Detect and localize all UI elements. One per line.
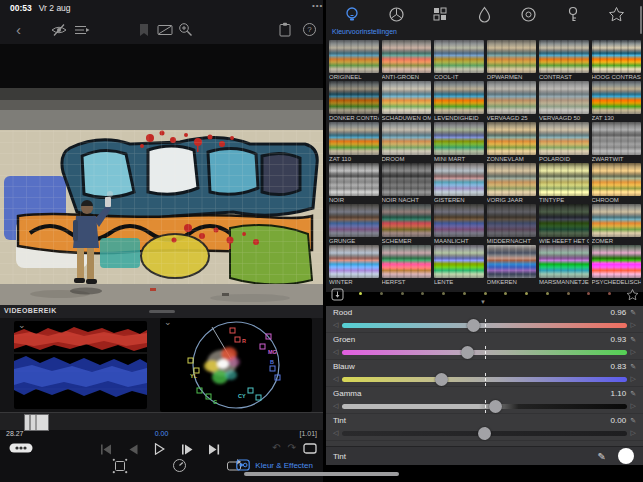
preset-item[interactable]: ZOMER [592,204,642,245]
tint-edit-pencil-icon[interactable]: ✎ [598,451,606,462]
color-effects-tool[interactable]: Kleur & Effecten [236,459,313,471]
preset-item[interactable]: ZAT 110 [329,122,379,163]
slider-decrement-arrow[interactable]: ◁ [333,374,338,384]
preset-item[interactable]: VERVAAGD 50 [539,81,589,122]
tab-color-presets[interactable] [342,4,362,24]
slider-increment-arrow[interactable]: ▷ [631,401,636,411]
clip-media-toggle[interactable] [9,443,33,453]
preset-item[interactable]: MAANLICHT [434,204,484,245]
preset-item[interactable]: VERVAAGD 25 [487,81,537,122]
preset-item[interactable]: SCHEMER [382,204,432,245]
overlay-compare-icon[interactable] [73,21,90,38]
slider-edit-pencil-icon[interactable]: ✎ [630,390,636,398]
preset-item[interactable]: POLAROID [539,122,589,163]
clip-thumbnail[interactable] [24,414,49,431]
marker-icon[interactable] [135,21,152,38]
timeline-ruler[interactable] [0,412,323,430]
preset-item[interactable]: VORIG JAAR [487,163,537,204]
slider-knob[interactable] [435,373,448,386]
preset-item[interactable]: NOIR NACHT [382,163,432,204]
slider-decrement-arrow[interactable]: ◁ [333,428,338,438]
preview-eye-icon[interactable] [50,21,67,38]
home-indicator[interactable] [244,472,399,476]
tint-color-swatch[interactable] [618,448,634,464]
preset-item[interactable]: ZONNEVLAM [487,122,537,163]
back-chevron-icon[interactable]: ‹ [10,21,27,38]
preset-item[interactable]: GRUNGE [329,204,379,245]
tab-favorites[interactable] [607,4,627,24]
slider-decrement-arrow[interactable]: ◁ [333,401,338,411]
prev-frame-button[interactable] [128,444,139,455]
slider-edit-pencil-icon[interactable]: ✎ [630,417,636,425]
preset-item[interactable]: COOL-IT [434,40,484,81]
slider-increment-arrow[interactable]: ▷ [631,428,636,438]
play-from-playhead-button[interactable] [181,444,193,455]
slider-value[interactable]: 0.96 [611,308,627,317]
play-button[interactable] [154,443,165,455]
slider-decrement-arrow[interactable]: ◁ [333,347,338,357]
preset-item[interactable]: SCHADUWEN OMHOOG [382,81,432,122]
preset-item[interactable]: WIE HEEFT HET GEDAAN? [539,204,589,245]
clipboard-icon[interactable] [276,21,293,38]
tab-luts[interactable] [430,4,450,24]
vectorscope-collapse-icon[interactable]: ⌄ [164,317,172,327]
tab-blur-effects[interactable] [474,4,494,24]
preset-item[interactable]: ZAT 130 [592,81,642,122]
playhead-timecode[interactable]: 0.00 [0,430,323,437]
slider-track[interactable] [342,350,626,355]
preset-item[interactable]: ORIGINEEL [329,40,379,81]
slider-knob[interactable] [467,319,480,332]
preset-item[interactable]: OMKEREN [487,245,537,286]
slider-track[interactable] [342,404,626,409]
preset-item[interactable]: MARSMANNETJE [539,245,589,286]
preset-item[interactable]: TINTYPE [539,163,589,204]
preset-item[interactable]: DROOM [382,122,432,163]
redo-button[interactable]: ↷ [288,442,296,454]
preset-item[interactable]: LEVENDIGHEID [434,81,484,122]
slider-increment-arrow[interactable]: ▷ [631,347,636,357]
slider-value[interactable]: 1.10 [611,389,627,398]
preset-item[interactable]: DONKER CONTRAST [329,81,379,122]
frame-fit-tool[interactable] [112,458,129,475]
preset-item[interactable]: MINI MART [434,122,484,163]
tab-chroma-key[interactable] [563,4,583,24]
slider-value[interactable]: 0.83 [611,362,627,371]
preset-item[interactable]: MIDDERNACHT [487,204,537,245]
aspect-ratio-icon[interactable] [156,21,173,38]
slider-knob[interactable] [461,346,474,359]
slider-edit-pencil-icon[interactable]: ✎ [630,363,636,371]
help-icon[interactable]: ? [301,21,318,38]
preset-item[interactable]: LENTE [434,245,484,286]
waveform-scope[interactable]: ⌄ [14,321,147,409]
jump-start-button[interactable] [100,444,112,455]
slider-knob[interactable] [478,427,491,440]
preset-item[interactable]: ZWARTWIT [592,122,642,163]
preset-item[interactable]: NOIR [329,163,379,204]
slider-track[interactable] [342,323,626,328]
panel-scrollbar[interactable] [640,6,642,34]
preset-item[interactable]: GISTEREN [434,163,484,204]
slider-value[interactable]: 0.93 [611,335,627,344]
undo-button[interactable]: ↶ [272,442,280,454]
tab-distort-effects[interactable] [519,4,539,24]
preset-item[interactable]: HOOG CONTRAST [592,40,642,81]
slider-track[interactable] [342,377,626,382]
slider-increment-arrow[interactable]: ▷ [631,320,636,330]
slider-track[interactable] [342,431,626,436]
waveform-collapse-icon[interactable]: ⌄ [18,320,26,330]
preset-item[interactable]: CHROOM [592,163,642,204]
jump-end-button[interactable] [208,444,220,455]
slider-edit-pencil-icon[interactable]: ✎ [630,309,636,317]
presets-collapse-handle[interactable]: ▼ [323,298,643,306]
slider-increment-arrow[interactable]: ▷ [631,374,636,384]
preset-item[interactable]: CONTRAST [539,40,589,81]
preset-item[interactable]: PSYCHEDELISCH [592,245,642,286]
preset-item[interactable]: OPWARMEN [487,40,537,81]
slider-decrement-arrow[interactable]: ◁ [333,320,338,330]
scope-drag-handle[interactable] [149,310,175,313]
tab-color-wheels[interactable] [386,4,406,24]
vectorscope[interactable]: ⌄ R MG B [160,318,312,412]
preset-item[interactable]: HERFST [382,245,432,286]
fullscreen-button[interactable] [303,443,317,454]
preset-item[interactable]: WINTER [329,245,379,286]
